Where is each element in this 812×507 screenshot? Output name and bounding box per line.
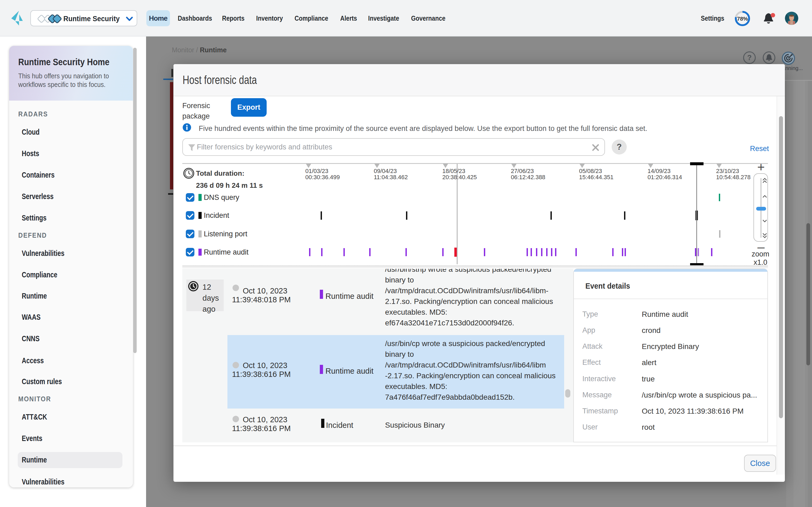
- svg-text:?: ?: [747, 54, 752, 62]
- svg-text:78%: 78%: [737, 16, 748, 22]
